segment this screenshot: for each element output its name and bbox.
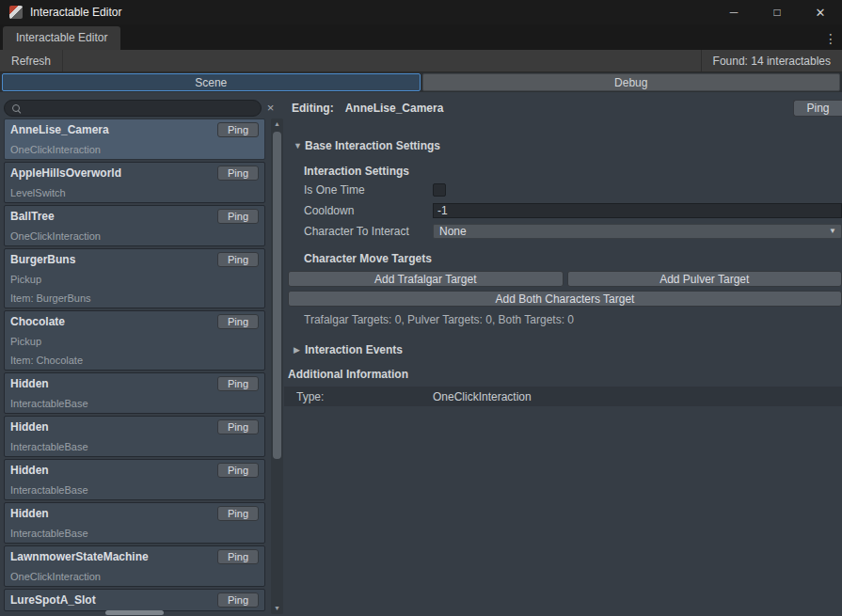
character-to-interact-row: Character To Interact None ▼ (304, 223, 842, 240)
item-subtitle: InteractableBase (5, 394, 264, 413)
item-header: Hidden Ping (5, 373, 264, 394)
scroll-up-icon[interactable]: ▲ (271, 118, 283, 130)
item-header: LureSpotA_Slot Ping (5, 590, 264, 610)
type-row: Type: OneClickInteraction (284, 387, 842, 406)
character-to-interact-dropdown[interactable]: None ▼ (433, 224, 842, 239)
character-to-interact-label: Character To Interact (304, 225, 433, 238)
item-ping-button[interactable]: Ping (217, 463, 259, 478)
list-item[interactable]: Hidden Ping InteractableBase (4, 416, 265, 457)
item-name: Hidden (10, 377, 217, 390)
refresh-button[interactable]: Refresh (0, 50, 63, 71)
cooldown-row: Cooldown (304, 202, 842, 219)
window-title: Interactable Editor (30, 6, 121, 19)
item-lines: InteractableBase (5, 394, 264, 413)
title-bar: Interactable Editor ─ □ ✕ (0, 0, 842, 24)
item-ping-button[interactable]: Ping (217, 376, 259, 391)
item-ping-button[interactable]: Ping (217, 419, 259, 434)
list-item[interactable]: Chocolate Ping PickupItem: Chocolate (4, 310, 265, 371)
item-ping-button[interactable]: Ping (217, 549, 259, 564)
item-name: Hidden (10, 507, 217, 520)
list-item[interactable]: AppleHillsOverworld Ping LevelSwitch (4, 162, 265, 203)
scene-list-panel: × AnneLise_Camera Ping OneClickInteracti… (0, 92, 284, 616)
base-interaction-settings-foldout[interactable]: ▼ Base Interaction Settings (294, 139, 842, 152)
horizontal-scrollbar-thumb[interactable] (105, 610, 164, 615)
item-header: Hidden Ping (5, 460, 264, 481)
search-input[interactable] (25, 102, 253, 115)
main-content: × AnneLise_Camera Ping OneClickInteracti… (0, 92, 842, 616)
list-item[interactable]: AnneLise_Camera Ping OneClickInteraction (4, 118, 265, 160)
minimize-button[interactable]: ─ (712, 0, 755, 24)
tab-debug[interactable]: Debug (422, 73, 841, 91)
item-lines: PickupItem: BurgerBuns (5, 270, 264, 308)
item-name: Hidden (10, 420, 217, 434)
interaction-events-foldout[interactable]: ▶ Interaction Events (294, 343, 842, 356)
item-lines: InteractableBase (5, 437, 264, 456)
base-settings-section: Interaction Settings Is One Time Cooldow… (304, 165, 842, 265)
found-count-label: Found: 14 interactables (702, 55, 842, 68)
tab-interactable-editor[interactable]: Interactable Editor (3, 26, 120, 50)
editing-label: Editing: (292, 102, 334, 115)
both-target-button-row: Add Both Characters Target (288, 291, 842, 307)
is-one-time-checkbox[interactable] (433, 183, 446, 197)
list-item[interactable]: Hidden Ping InteractableBase (4, 372, 265, 414)
is-one-time-label: Is One Time (304, 183, 433, 197)
type-value: OneClickInteraction (433, 390, 532, 403)
list-item[interactable]: LawnmowerStateMachine Ping OneClickInter… (4, 545, 265, 587)
item-ping-button[interactable]: Ping (217, 592, 259, 608)
search-clear-button[interactable]: × (263, 100, 278, 117)
item-ping-button[interactable]: Ping (217, 314, 259, 329)
kebab-menu-icon[interactable]: ⋮ (823, 30, 838, 47)
item-lines: OneClickInteraction (5, 227, 264, 245)
add-trafalgar-target-button[interactable]: Add Trafalgar Target (288, 271, 564, 287)
item-header: Hidden Ping (5, 417, 264, 437)
item-header: AnneLise_Camera Ping (5, 119, 264, 140)
character-move-targets-header: Character Move Targets (304, 252, 842, 265)
window-icon (9, 6, 23, 19)
item-name: AppleHillsOverworld (10, 166, 217, 180)
item-subtitle: OneClickInteraction (5, 567, 264, 586)
item-subtitle: Item: BurgerBuns (5, 289, 264, 308)
events-foldout-title: Interaction Events (305, 343, 403, 356)
vertical-scrollbar[interactable]: ▲ ▼ (271, 118, 283, 614)
add-pulver-target-button[interactable]: Add Pulver Target (567, 271, 842, 287)
item-ping-button[interactable]: Ping (217, 252, 259, 267)
item-header: BurgerBuns Ping (5, 249, 264, 270)
interaction-settings-header: Interaction Settings (304, 165, 842, 178)
item-lines: LevelSwitch (5, 183, 264, 202)
vertical-scrollbar-thumb[interactable] (273, 132, 281, 459)
list-item[interactable]: Hidden Ping InteractableBase (4, 459, 265, 500)
tab-scene[interactable]: Scene (2, 73, 421, 91)
editing-ping-button[interactable]: Ping (793, 100, 842, 117)
editing-value: AnneLise_Camera (345, 102, 444, 115)
item-ping-button[interactable]: Ping (217, 166, 259, 181)
item-ping-button[interactable]: Ping (217, 506, 259, 521)
list-item[interactable]: Hidden Ping InteractableBase (4, 502, 265, 544)
cooldown-input[interactable] (433, 203, 842, 218)
cooldown-label: Cooldown (304, 204, 433, 217)
targets-summary-label: Trafalgar Targets: 0, Pulver Targets: 0,… (304, 313, 842, 326)
item-ping-button[interactable]: Ping (217, 122, 259, 137)
item-header: Hidden Ping (5, 503, 264, 524)
additional-information-header: Additional Information (288, 368, 842, 381)
item-header: BallTree Ping (5, 206, 264, 227)
item-ping-button[interactable]: Ping (217, 209, 259, 224)
list-item[interactable]: BurgerBuns Ping PickupItem: BurgerBuns (4, 248, 265, 308)
close-button[interactable]: ✕ (799, 0, 842, 24)
item-header: Chocolate Ping (5, 311, 264, 332)
item-subtitle: InteractableBase (5, 524, 264, 543)
item-header: AppleHillsOverworld Ping (5, 163, 264, 183)
item-name: Chocolate (10, 315, 217, 328)
add-both-characters-target-button[interactable]: Add Both Characters Target (288, 291, 842, 307)
search-field[interactable] (4, 100, 262, 117)
interactable-list: AnneLise_Camera Ping OneClickInteraction… (4, 118, 265, 616)
item-subtitle: InteractableBase (5, 437, 264, 456)
maximize-button[interactable]: □ (755, 0, 799, 24)
item-lines: InteractableBase (5, 481, 264, 499)
dock-tab-strip: Interactable Editor ⋮ (0, 24, 842, 50)
list-item[interactable]: LureSpotA_Slot Ping (4, 589, 265, 611)
item-name: Hidden (10, 464, 217, 477)
item-subtitle: Pickup (5, 332, 264, 351)
list-item[interactable]: BallTree Ping OneClickInteraction (4, 205, 265, 246)
foldout-open-icon: ▼ (294, 141, 305, 150)
scroll-down-icon[interactable]: ▼ (271, 603, 283, 614)
